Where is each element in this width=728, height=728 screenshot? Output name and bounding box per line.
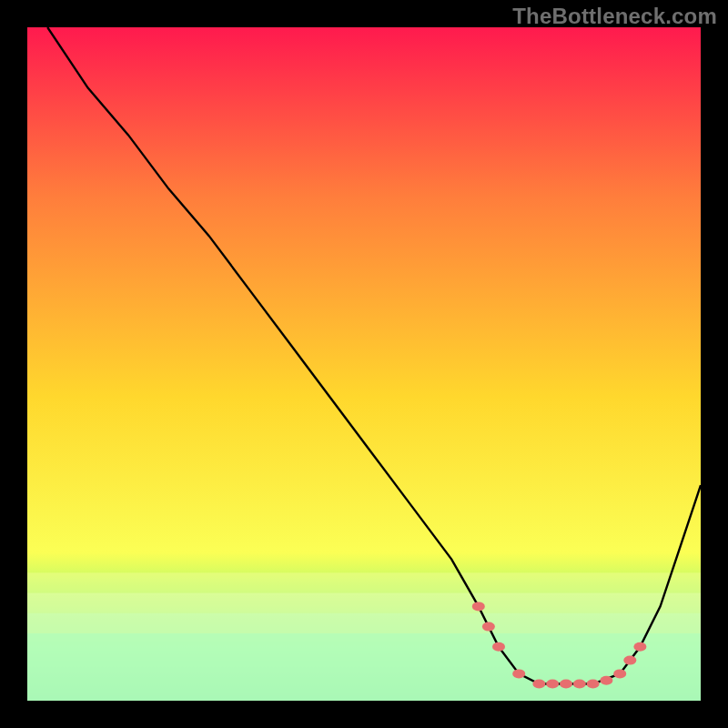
highlight-dot [532,680,545,689]
chart-frame: TheBottleneck.com [0,0,728,728]
highlight-dot [600,676,612,685]
highlight-dot [560,680,572,689]
highlight-dot [492,642,505,652]
highlight-dot [472,602,485,611]
highlight-dot [482,622,495,632]
plot-area [27,27,701,701]
highlight-dot [587,680,600,689]
chart-canvas [27,27,701,701]
highlight-dot [613,669,626,678]
highlight-dot [512,669,525,678]
highlight-dot [623,656,636,665]
highlight-dot [633,642,646,652]
highlight-dot [546,680,559,689]
highlight-dot [573,680,586,689]
overlay-band [27,633,701,701]
watermark-label: TheBottleneck.com [512,4,717,29]
